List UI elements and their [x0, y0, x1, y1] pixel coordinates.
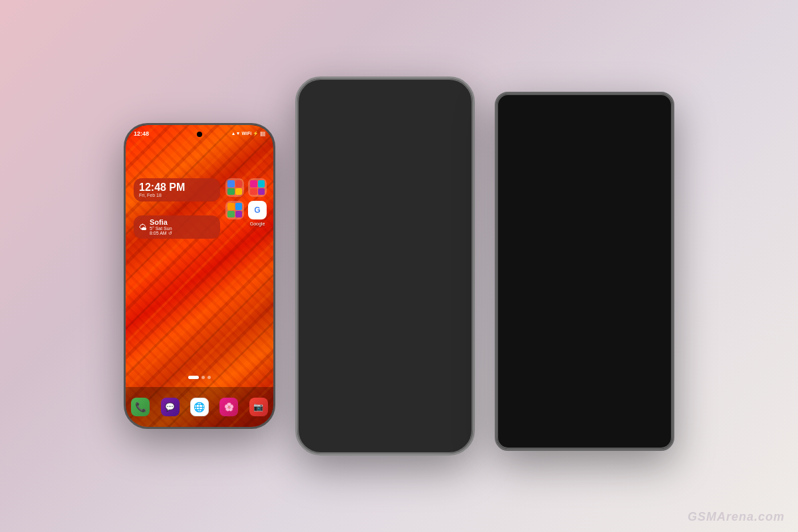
- phone-left-clock-widget: 12:48 PM Fri, Feb 18: [134, 178, 220, 201]
- phone-left-dock-chrome[interactable]: 🌐: [190, 398, 209, 416]
- watermark: GSMArena.com: [688, 510, 785, 524]
- phones-wrapper: 12:48 ▲▼ WiFi ⚡ |||| 12:48 PM Fri, Feb 1…: [0, 0, 798, 532]
- phone-left-dock-bixby[interactable]: 🌸: [219, 398, 238, 416]
- phone-left-weather-time: 8:05 AM ↺: [150, 231, 172, 236]
- phone-left-dock-camera[interactable]: 📷: [249, 398, 268, 416]
- phone-left-clock-time: 12:48 PM: [139, 182, 215, 193]
- phone-left-phone-icon: 📞: [131, 398, 150, 416]
- phone-left: 12:48 ▲▼ WiFi ⚡ |||| 12:48 PM Fri, Feb 1…: [124, 123, 275, 429]
- phone-left-clock-date: Fri, Feb 18: [139, 193, 215, 198]
- phone-left-app-3[interactable]: [225, 201, 244, 226]
- phone-left-dock-phone[interactable]: 📞: [131, 398, 150, 416]
- phone-left-status-icons: ▲▼ WiFi ⚡ ||||: [231, 131, 265, 136]
- phone-left-bixby-icon: 🌸: [219, 398, 238, 416]
- phone-left-weather: 🌤 Sofia 5° Sat Sun 8:05 AM ↺: [134, 215, 220, 239]
- phone-left-camera-icon: 📷: [249, 398, 268, 416]
- phone-left-dock: 📞 💬 🌐 🌸 📷: [126, 387, 273, 427]
- phone-left-camera: [197, 132, 202, 137]
- phone-left-wallpaper: 12:48 ▲▼ WiFi ⚡ |||| 12:48 PM Fri, Feb 1…: [126, 125, 273, 427]
- phone-left-top-apps: G Google: [225, 178, 267, 226]
- phone-left-google-icon: G: [248, 201, 267, 219]
- phone-left-app-2[interactable]: [248, 178, 267, 197]
- phone-left-chrome-icon: 🌐: [190, 398, 209, 416]
- phone-left-dot-1: [188, 376, 199, 379]
- phone-left-google-app[interactable]: G Google: [248, 201, 267, 226]
- phone-left-weather-info: 5° Sat Sun: [150, 226, 172, 231]
- phone-left-dot-2: [201, 376, 205, 379]
- phone-left-dock-viber[interactable]: 💬: [161, 398, 180, 416]
- phone-left-page-dots: [188, 376, 211, 379]
- phone-left-screen: 12:48 ▲▼ WiFi ⚡ |||| 12:48 PM Fri, Feb 1…: [126, 125, 273, 427]
- phone-left-time: 12:48: [134, 130, 149, 137]
- phone-left-folder-2: [248, 178, 267, 197]
- phone-mid: 12:48 ▲▼ WiFi 51% 11° ◉ Sofia: [295, 76, 475, 456]
- phone-left-app-1[interactable]: [225, 178, 244, 197]
- phone-right: 12:48 🔕 WiFi |||| 100% 9°: [495, 92, 674, 451]
- phone-left-folder-1: [225, 178, 244, 197]
- phone-left-google-label: Google: [250, 221, 265, 226]
- phone-left-folder-3: [225, 201, 244, 219]
- phone-left-dot-3: [207, 376, 211, 379]
- phone-left-viber-icon: 💬: [161, 398, 180, 416]
- phone-left-weather-temp: Sofia: [150, 218, 172, 226]
